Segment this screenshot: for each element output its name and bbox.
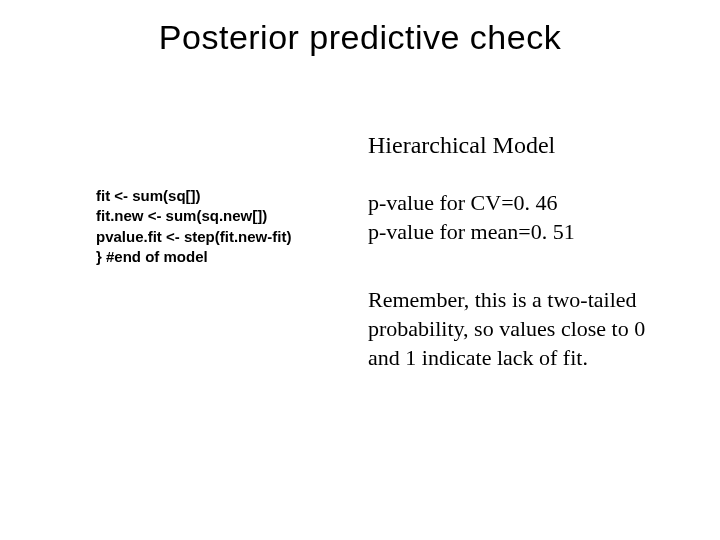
code-line: fit <- sum(sq[]) (96, 186, 356, 206)
code-line: fit.new <- sum(sq.new[]) (96, 206, 356, 226)
code-line: pvalue.fit <- step(fit.new-fit) (96, 227, 356, 247)
code-block: fit <- sum(sq[]) fit.new <- sum(sq.new[]… (96, 186, 356, 267)
slide-title: Posterior predictive check (0, 18, 720, 57)
pvalue-cv: p-value for CV=0. 46 (368, 189, 668, 218)
pvalue-block: p-value for CV=0. 46 p-value for mean=0.… (368, 189, 668, 246)
subheading: Hierarchical Model (368, 130, 668, 161)
note-text: Remember, this is a two-tailed probabili… (368, 286, 668, 372)
slide: Posterior predictive check fit <- sum(sq… (0, 0, 720, 540)
code-line: } #end of model (96, 247, 356, 267)
pvalue-mean: p-value for mean=0. 51 (368, 218, 668, 247)
right-column: Hierarchical Model p-value for CV=0. 46 … (368, 130, 668, 372)
